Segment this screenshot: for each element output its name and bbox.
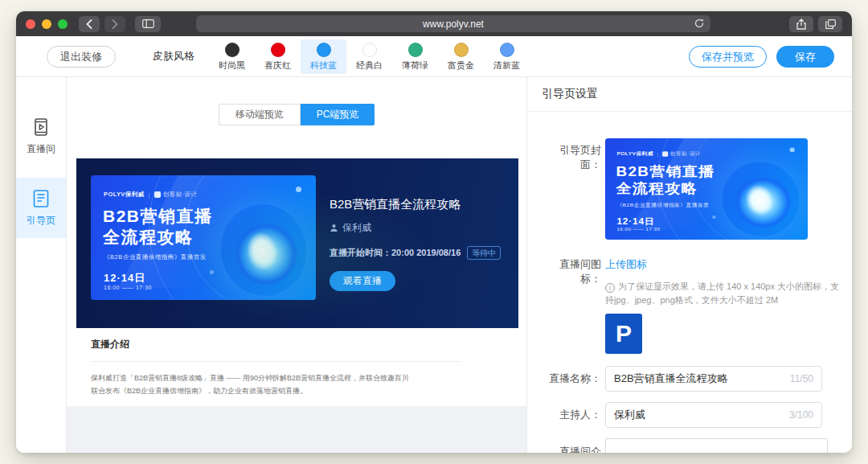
tabs-overview-button[interactable] <box>818 16 842 32</box>
banner-time: 16:00 —— 17:30 <box>104 285 152 290</box>
tabs-icon <box>825 19 836 29</box>
skin-swatch-group: 时尚黑 喜庆红 科技蓝 经典白 薄荷绿 富贵金 <box>209 39 530 74</box>
share-icon <box>796 18 806 30</box>
room-intro-editor[interactable]: 文件 编辑 视图 插入 格式 工具 表格 0/1000 <box>605 438 828 453</box>
skin-option-mint-green[interactable]: 薄荷绿 <box>392 39 438 74</box>
chevron-left-icon <box>86 19 92 29</box>
minimize-window-button[interactable] <box>42 19 51 29</box>
settings-title: 引导页设置 <box>542 87 598 101</box>
host-counter: 3/100 <box>789 403 813 427</box>
editor-menu-view[interactable]: 视图 <box>665 452 680 453</box>
banner-title-line2: 全流程攻略 <box>103 226 194 248</box>
sidebar-toggle-button[interactable] <box>135 16 161 32</box>
skin-option-gold[interactable]: 富贵金 <box>438 39 484 74</box>
live-room-icon <box>31 117 51 138</box>
browser-titlebar: www.polyv.net <box>16 11 852 36</box>
icon-upload-tip: i为了保证显示效果，请上传 140 x 140px 大小的图标，支持jpg、jp… <box>605 280 843 307</box>
host-label: 主持人： <box>542 408 601 422</box>
cover-label: 引导页封面： <box>542 143 601 172</box>
share-button[interactable] <box>789 16 813 32</box>
status-badge: 等待中 <box>467 246 501 260</box>
tab-mobile-preview[interactable]: 移动端预览 <box>219 104 301 125</box>
editor-menu-table[interactable]: 表格 <box>767 452 782 453</box>
person-icon <box>330 224 338 232</box>
guide-page-settings-panel: 引导页设置 引导页封面： POLYV保利威 | 创客贴·设计 <box>526 77 852 453</box>
partner-logo-icon <box>154 191 161 198</box>
banner-image: POLYV保利威 | 创客贴·设计 B2B营销直播 全流程攻略 《B2B企业直播… <box>91 175 316 300</box>
reload-icon <box>694 18 705 29</box>
decoration-toolbar: 退出装修 皮肤风格 时尚黑 喜庆红 科技蓝 经典白 薄荷绿 <box>16 36 852 77</box>
back-button[interactable] <box>79 16 100 32</box>
address-bar[interactable]: www.polyv.net <box>196 15 710 32</box>
banner-subtitle: 《B2B企业直播倍增指南》直播首发 <box>104 253 207 261</box>
skin-swatch-white <box>362 43 377 57</box>
room-icon-image[interactable]: P <box>605 314 642 354</box>
chevron-right-icon <box>112 19 118 29</box>
partner-logo-text: 创客贴·设计 <box>163 191 197 199</box>
banner-date: 12·14日 <box>104 271 145 285</box>
reload-button[interactable] <box>694 18 705 31</box>
partner-logo-icon <box>662 151 668 157</box>
intro-divider <box>91 361 461 362</box>
live-name-value: B2B营销直播全流程攻略 <box>614 372 728 384</box>
intro-heading: 直播介绍 <box>91 338 502 351</box>
live-name-counter: 11/50 <box>790 367 813 391</box>
sidebar-icon <box>142 19 154 28</box>
preview-mode-tabs: 移动端预览 PC端预览 <box>67 104 526 125</box>
preview-area: 移动端预览 PC端预览 POLYV保利威 | 创客贴·设计 <box>67 77 526 453</box>
skin-option-red[interactable]: 喜庆红 <box>255 39 301 74</box>
skin-swatch-fresh-blue <box>500 43 514 57</box>
editor-menu-edit[interactable]: 编辑 <box>640 452 655 453</box>
live-info-panel: B2B营销直播全流程攻略 保利威 直播开始时间：20:00 2019/08/16… <box>330 197 510 291</box>
live-name-input[interactable]: B2B营销直播全流程攻略 11/50 <box>605 366 822 392</box>
intro-text: 保利威打造「B2B营销直播8级攻略」直播 —— 用90分钟拆解B2B营销直播全流… <box>91 372 414 397</box>
host-input[interactable]: 保利威 3/100 <box>605 402 822 428</box>
skin-swatch-black <box>225 43 240 57</box>
live-title: B2B营销直播全流程攻略 <box>330 197 510 212</box>
room-icon-label: 直播间图标： <box>542 257 601 286</box>
left-sidebar: 直播间 引导页 <box>16 77 67 453</box>
polyv-logo: POLYV保利威 <box>104 191 144 199</box>
upload-icon-link[interactable]: 上传图标 <box>605 257 647 272</box>
fullscreen-window-button[interactable] <box>58 19 68 29</box>
live-intro-section: 直播介绍 保利威打造「B2B营销直播8级攻略」直播 —— 用90分钟拆解B2B营… <box>67 328 526 397</box>
browser-window: www.polyv.net 退出装修 皮肤风格 时尚黑 喜庆红 <box>16 11 852 453</box>
sidebar-item-guide-page[interactable]: 引导页 <box>16 178 66 238</box>
live-name-field-row: 直播名称： B2B营销直播全流程攻略 11/50 <box>542 366 822 392</box>
skin-swatch-red <box>271 43 285 57</box>
info-icon: i <box>605 283 615 293</box>
editor-menu-format[interactable]: 格式 <box>716 452 731 453</box>
skin-swatch-gold <box>454 43 469 57</box>
cover-thumbnail[interactable]: POLYV保利威 | 创客贴·设计 B2B营销直播 全流程攻略 《B2B企业直播… <box>605 138 808 240</box>
exit-decoration-button[interactable]: 退出装修 <box>47 46 116 68</box>
forward-button[interactable] <box>104 16 125 32</box>
watch-live-button[interactable]: 观看直播 <box>330 271 395 291</box>
editor-menu-file[interactable]: 文件 <box>614 452 629 453</box>
save-button[interactable]: 保存 <box>776 46 834 68</box>
page-background <box>67 406 526 453</box>
guide-page-icon <box>31 188 51 209</box>
skin-option-white[interactable]: 经典白 <box>346 39 392 74</box>
skin-swatch-mint-green <box>408 43 423 57</box>
host-name: 保利威 <box>342 221 371 235</box>
host-field-row: 主持人： 保利威 3/100 <box>542 402 822 428</box>
editor-menu-insert[interactable]: 插入 <box>690 452 706 453</box>
host-value: 保利威 <box>614 409 645 421</box>
banner-title-line1: B2B营销直播 <box>103 205 213 228</box>
editor-menu-tools[interactable]: 工具 <box>741 452 756 453</box>
save-and-preview-button[interactable]: 保存并预览 <box>689 46 767 68</box>
live-name-label: 直播名称： <box>542 372 601 386</box>
pc-preview-stage: POLYV保利威 | 创客贴·设计 B2B营销直播 全流程攻略 《B2B企业直播… <box>76 158 518 328</box>
tab-pc-preview[interactable]: PC端预览 <box>301 104 375 125</box>
banner-brand-row: POLYV保利威 | 创客贴·设计 <box>104 191 197 199</box>
sidebar-item-live-room[interactable]: 直播间 <box>16 106 66 166</box>
skin-swatch-tech-blue <box>317 43 331 57</box>
skin-option-tech-blue[interactable]: 科技蓝 <box>301 39 346 74</box>
skin-style-label: 皮肤风格 <box>153 49 194 64</box>
room-intro-label: 直播间介绍： <box>542 438 601 453</box>
skin-option-fresh-blue[interactable]: 清新蓝 <box>484 39 530 74</box>
skin-option-black[interactable]: 时尚黑 <box>209 39 255 74</box>
room-intro-field-row: 直播间介绍： 文件 编辑 视图 插入 格式 工具 表格 0/1000 <box>542 438 828 453</box>
close-window-button[interactable] <box>26 19 35 29</box>
url-text: www.polyv.net <box>423 18 484 30</box>
